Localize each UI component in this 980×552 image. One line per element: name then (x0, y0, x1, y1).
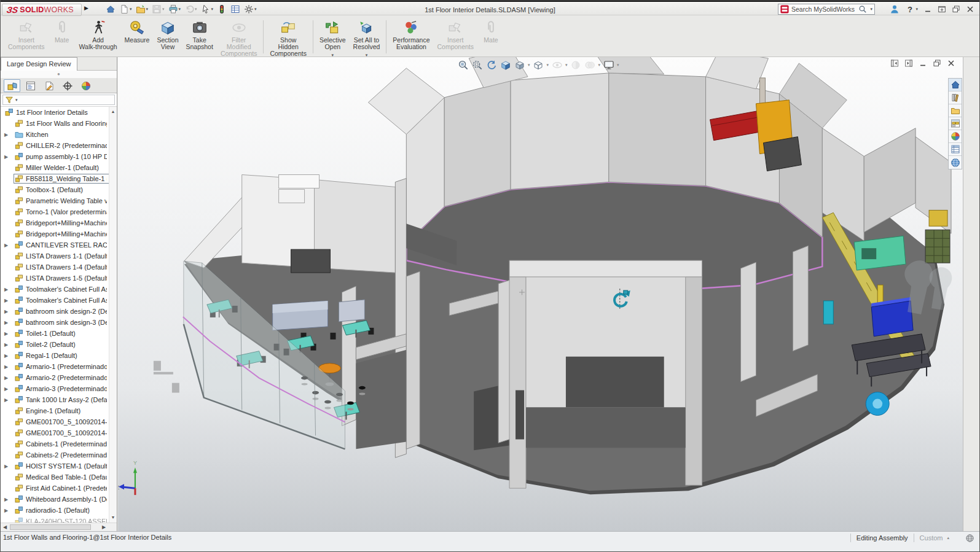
featuremanager-tab[interactable] (4, 79, 20, 92)
tree-item[interactable]: Bridgeport+Milling+Machine-2 (1, 228, 109, 239)
tree-item-body[interactable]: bathroom sink design-3 (Default) (14, 318, 109, 327)
tree-item-body[interactable]: Cabinets-2 (Predeterminado) (14, 451, 109, 459)
tree-item[interactable]: ▶bathroom sink design-2 (Default) (1, 306, 109, 317)
tree-item-body[interactable]: First Aid Cabinet-1 (Predeterminado) (14, 484, 109, 492)
tree-item-body[interactable]: Kitchen (14, 130, 50, 139)
expand-arrow[interactable]: ▶ (2, 132, 10, 138)
tree-item-body[interactable]: Toilet-1 (Default) (14, 329, 77, 338)
tree-item[interactable]: Torno-1 (Valor predeterminado) (1, 206, 109, 217)
tree-item[interactable]: ▶HOIST SYSTEM-1 (Default) (1, 461, 109, 472)
expand-arrow[interactable]: ▶ (2, 287, 10, 292)
solidworks-resources-tab[interactable] (949, 79, 962, 91)
search-box[interactable]: Search MySolidWorks ▾ (778, 4, 875, 15)
file-explorer-tab[interactable] (949, 104, 962, 117)
dropdown-caret[interactable]: ▾ (254, 7, 257, 12)
expand-arrow[interactable]: ▶ (2, 309, 10, 314)
tree-item[interactable]: ▶radioradio-1 (Default) (1, 505, 109, 516)
tree-item[interactable]: Engine-1 (Default) (1, 405, 109, 416)
tree-item[interactable]: Cabinets-2 (Predeterminado) (1, 449, 109, 461)
status-units-dropdown[interactable]: Custom (920, 534, 943, 542)
search-caret[interactable]: ▾ (870, 7, 872, 12)
tree-item[interactable]: 1st Floor Interior Details (1, 107, 109, 118)
tree-item[interactable]: ▶Toilet-1 (Default) (1, 328, 109, 339)
search-input[interactable]: Search MySolidWorks (791, 6, 856, 13)
setallto-resolved-button[interactable]: Set All to Resolved▾ (350, 18, 384, 56)
expand-arrow[interactable]: ▶ (2, 342, 10, 348)
design-library-tab[interactable] (949, 91, 962, 104)
search-icon[interactable] (858, 5, 867, 14)
tree-item[interactable]: ▶CANTILEVER STEEL RACK ASSY-1 (1, 239, 109, 251)
tree-item-body[interactable]: Toilet-2 (Default) (14, 340, 77, 349)
tree-item[interactable]: ▶Kitchen (1, 129, 109, 140)
tree-item[interactable]: ▶Regal-1 (Default) (1, 350, 109, 361)
custom-properties-tab[interactable] (949, 143, 962, 156)
xpress-button[interactable] (215, 4, 229, 15)
tree-item-body[interactable]: GME001700_5_10092014-2 (Predeterminado) (14, 429, 109, 437)
web-help-icon[interactable] (965, 534, 974, 543)
tree-item[interactable]: ▶Toolmaker's Cabinet Full Assembly-1 (1, 284, 109, 295)
tree-item-body[interactable]: Cabinets-1 (Predeterminado) (14, 440, 109, 448)
panel-splitter-handle[interactable]: ● (1, 71, 117, 79)
new-file-button[interactable]: ▾ (117, 4, 134, 15)
performance-evaluation-button[interactable]: Performance Evaluation (389, 18, 433, 56)
tree-horizontal-scrollbar[interactable]: ◀ ▶ (1, 523, 117, 531)
help-button[interactable]: ?▾ (905, 4, 918, 14)
expand-arrow[interactable]: ▶ (2, 364, 10, 370)
tree-item-body[interactable]: Armario-3 (Predeterminado) (14, 384, 109, 393)
tree-item-body[interactable]: Armario-1 (Predeterminado) (14, 362, 109, 371)
tree-item-body[interactable]: bathroom sink design-2 (Default) (14, 307, 109, 316)
tree-item[interactable]: LISTA Drawers 1-1 (Default) (1, 251, 109, 262)
tree-item[interactable]: LISTA Drawers 1-4 (Default) (1, 262, 109, 273)
zoom-to-fit-button[interactable] (457, 59, 469, 71)
tree-item[interactable]: Miller Welder-1 (Default) (1, 162, 109, 173)
scroll-left-arrow[interactable]: ◀ (1, 523, 9, 532)
tree-item-body[interactable]: Bridgeport+Milling+Machine-2 (14, 230, 109, 238)
close-button[interactable] (966, 5, 974, 14)
tree-item-body[interactable]: Toolmaker's Cabinet Full Assembly-1 (14, 285, 109, 293)
tree-item-body[interactable]: Regal-1 (Default) (14, 351, 79, 360)
previous-view-button[interactable] (485, 59, 498, 71)
tree-item[interactable]: ▶Toilet-2 (Default) (1, 339, 109, 350)
expand-arrow[interactable]: ▶ (2, 243, 10, 248)
expand-arrow[interactable]: ▶ (2, 331, 10, 336)
expand-arrow[interactable]: ▶ (2, 353, 10, 359)
tree-item-body[interactable]: Medical Bed Table-1 (Default) (14, 473, 109, 481)
dropdown-caret[interactable]: ▾ (130, 7, 132, 12)
section-view-button[interactable]: Section View (153, 18, 182, 56)
tree-item[interactable]: GME001700_5_10092014-2 (Predeterminado) (1, 427, 109, 438)
tree-item-body[interactable]: Engine-1 (Default) (14, 406, 82, 415)
display-style-button[interactable] (532, 59, 545, 71)
take-snapshot-button[interactable]: Take Snapshot (182, 18, 217, 56)
doc-close-button[interactable] (947, 59, 955, 68)
dimxpertmanager-tab[interactable] (59, 79, 76, 92)
tree-item-body[interactable]: Whiteboard Assembly-1 (Default) (14, 495, 109, 503)
scroll-up-arrow[interactable]: ▲ (109, 108, 117, 115)
dropdown-caret[interactable]: ▾ (146, 7, 149, 12)
tree-item-body[interactable]: CANTILEVER STEEL RACK ASSY-1 (14, 241, 109, 249)
open-button[interactable]: ▾ (134, 4, 151, 15)
expand-arrow[interactable]: ▶ (2, 397, 10, 403)
tree-item-body[interactable]: LISTA Drawers 1-5 (Default) (14, 274, 109, 282)
view-palette-tab[interactable] (949, 117, 962, 130)
expand-arrow[interactable]: ▶ (2, 497, 10, 502)
tree-item[interactable]: ▶Toolmaker's Cabinet Full Assembly-2 (1, 295, 109, 306)
tree-item-body[interactable]: KLA-240HO-ST-120 ASSEMBLY-1 (14, 517, 109, 523)
tree-item-body[interactable]: pump assembly-1 (10 HP Drive) (14, 152, 109, 161)
propertymanager-tab[interactable] (22, 79, 39, 92)
dropdown-caret[interactable]: ▾ (195, 7, 197, 12)
configurationmanager-tab[interactable] (41, 79, 57, 92)
tree-item[interactable]: LISTA Drawers 1-5 (Default) (1, 273, 109, 284)
tree-item[interactable]: FB58118_Welding Table-1 (Default) (1, 173, 109, 184)
expand-arrow[interactable]: ▶ (2, 464, 10, 469)
tree-item[interactable]: ▶Armario-2 (Predeterminado) (1, 372, 109, 383)
dropdown-caret[interactable]: ▾ (211, 7, 214, 12)
tab-large-design-review[interactable]: Large Design Review (1, 57, 77, 71)
print-button[interactable]: ▾ (167, 4, 183, 15)
expand-arrow[interactable]: ▶ (2, 386, 10, 392)
tree-item-body[interactable]: GME001700_5_10092014-1 (Predeterminado) (14, 418, 109, 426)
tree-item[interactable]: ▶Tank 1000 Ltr Assy-2 (Default) (1, 394, 109, 405)
collapse-pane-right-button[interactable] (904, 59, 913, 68)
tree-item[interactable]: CHILLER-2 (Predeterminado) (1, 140, 109, 151)
tree-item-body[interactable]: Torno-1 (Valor predeterminado) (14, 208, 109, 216)
dropdown-caret[interactable]: ▾ (528, 63, 530, 68)
